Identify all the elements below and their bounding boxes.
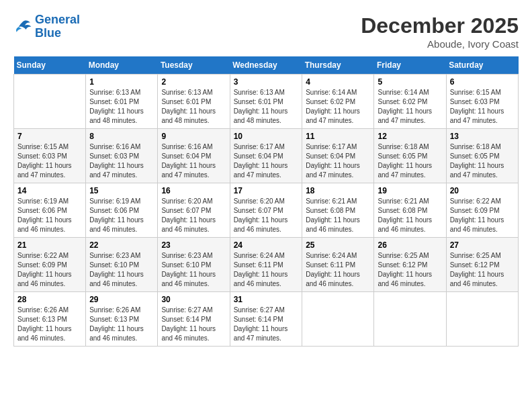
page-header: General Blue December 2025 Aboude, Ivory… (13, 13, 519, 50)
day-info: Sunrise: 6:13 AMSunset: 6:01 PMDaylight:… (234, 88, 299, 126)
calendar-cell: 31Sunrise: 6:27 AMSunset: 6:14 PMDayligh… (230, 292, 302, 347)
calendar-cell: 5Sunrise: 6:14 AMSunset: 6:02 PMDaylight… (374, 75, 446, 129)
calendar-cell: 11Sunrise: 6:17 AMSunset: 6:04 PMDayligh… (302, 129, 374, 183)
calendar-table: SundayMondayTuesdayWednesdayThursdayFrid… (13, 56, 519, 347)
calendar-cell (14, 75, 86, 129)
calendar-cell: 15Sunrise: 6:19 AMSunset: 6:06 PMDayligh… (86, 183, 158, 238)
day-info: Sunrise: 6:21 AMSunset: 6:08 PMDaylight:… (306, 197, 370, 234)
day-info: Sunrise: 6:26 AMSunset: 6:13 PMDaylight:… (89, 306, 154, 343)
day-info: Sunrise: 6:24 AMSunset: 6:11 PMDaylight:… (306, 251, 370, 289)
day-info: Sunrise: 6:17 AMSunset: 6:04 PMDaylight:… (306, 142, 370, 180)
day-number: 22 (89, 240, 154, 250)
day-number: 25 (306, 240, 370, 250)
day-info: Sunrise: 6:25 AMSunset: 6:12 PMDaylight:… (378, 251, 442, 289)
calendar-week-row: 7Sunrise: 6:15 AMSunset: 6:03 PMDaylight… (14, 129, 519, 183)
day-number: 18 (306, 186, 370, 195)
day-number: 17 (234, 186, 299, 195)
calendar-cell: 25Sunrise: 6:24 AMSunset: 6:11 PMDayligh… (302, 238, 374, 292)
calendar-cell: 30Sunrise: 6:27 AMSunset: 6:14 PMDayligh… (158, 292, 230, 347)
location-title: Aboude, Ivory Coast (361, 38, 519, 50)
weekday-header: Sunday (14, 56, 86, 75)
day-info: Sunrise: 6:25 AMSunset: 6:12 PMDaylight:… (450, 251, 515, 289)
day-number: 23 (161, 240, 226, 250)
day-number: 15 (89, 186, 154, 195)
day-number: 3 (234, 77, 299, 87)
calendar-cell: 8Sunrise: 6:16 AMSunset: 6:03 PMDaylight… (86, 129, 158, 183)
calendar-week-row: 14Sunrise: 6:19 AMSunset: 6:06 PMDayligh… (14, 183, 519, 238)
day-number: 21 (17, 240, 82, 250)
day-number: 27 (450, 240, 515, 250)
day-number: 24 (234, 240, 299, 250)
calendar-cell (446, 292, 518, 347)
day-info: Sunrise: 6:22 AMSunset: 6:09 PMDaylight:… (450, 197, 515, 234)
calendar-cell (302, 292, 374, 347)
day-number: 1 (89, 77, 154, 87)
calendar-cell: 26Sunrise: 6:25 AMSunset: 6:12 PMDayligh… (374, 238, 446, 292)
day-number: 8 (89, 132, 154, 141)
day-number: 13 (450, 132, 515, 141)
calendar-cell: 24Sunrise: 6:24 AMSunset: 6:11 PMDayligh… (230, 238, 302, 292)
calendar-cell: 21Sunrise: 6:22 AMSunset: 6:09 PMDayligh… (14, 238, 86, 292)
day-info: Sunrise: 6:16 AMSunset: 6:04 PMDaylight:… (161, 142, 226, 180)
calendar-cell: 14Sunrise: 6:19 AMSunset: 6:06 PMDayligh… (14, 183, 86, 238)
logo: General Blue (13, 13, 80, 40)
day-number: 19 (378, 186, 442, 195)
day-info: Sunrise: 6:14 AMSunset: 6:02 PMDaylight:… (378, 88, 442, 126)
day-info: Sunrise: 6:18 AMSunset: 6:05 PMDaylight:… (378, 142, 442, 180)
day-number: 7 (17, 132, 82, 141)
day-info: Sunrise: 6:15 AMSunset: 6:03 PMDaylight:… (450, 88, 515, 126)
weekday-header: Monday (86, 56, 158, 75)
day-info: Sunrise: 6:15 AMSunset: 6:03 PMDaylight:… (17, 142, 82, 180)
day-info: Sunrise: 6:20 AMSunset: 6:07 PMDaylight:… (234, 197, 299, 234)
calendar-cell: 29Sunrise: 6:26 AMSunset: 6:13 PMDayligh… (86, 292, 158, 347)
calendar-cell: 22Sunrise: 6:23 AMSunset: 6:10 PMDayligh… (86, 238, 158, 292)
weekday-header: Saturday (446, 56, 518, 75)
day-info: Sunrise: 6:19 AMSunset: 6:06 PMDaylight:… (89, 197, 154, 234)
day-info: Sunrise: 6:18 AMSunset: 6:05 PMDaylight:… (450, 142, 515, 180)
day-number: 4 (306, 77, 370, 87)
day-info: Sunrise: 6:19 AMSunset: 6:06 PMDaylight:… (17, 197, 82, 234)
day-info: Sunrise: 6:24 AMSunset: 6:11 PMDaylight:… (234, 251, 299, 289)
day-number: 10 (234, 132, 299, 141)
day-info: Sunrise: 6:14 AMSunset: 6:02 PMDaylight:… (306, 88, 370, 126)
calendar-week-row: 1Sunrise: 6:13 AMSunset: 6:01 PMDaylight… (14, 75, 519, 129)
weekday-header: Wednesday (230, 56, 302, 75)
day-info: Sunrise: 6:16 AMSunset: 6:03 PMDaylight:… (89, 142, 154, 180)
day-number: 26 (378, 240, 442, 250)
calendar-week-row: 28Sunrise: 6:26 AMSunset: 6:13 PMDayligh… (14, 292, 519, 347)
day-number: 29 (89, 295, 154, 304)
weekday-header: Thursday (302, 56, 374, 75)
calendar-cell: 7Sunrise: 6:15 AMSunset: 6:03 PMDaylight… (14, 129, 86, 183)
day-info: Sunrise: 6:26 AMSunset: 6:13 PMDaylight:… (17, 306, 82, 343)
calendar-cell: 13Sunrise: 6:18 AMSunset: 6:05 PMDayligh… (446, 129, 518, 183)
title-area: December 2025 Aboude, Ivory Coast (361, 13, 519, 50)
day-number: 2 (161, 77, 226, 87)
calendar-cell: 27Sunrise: 6:25 AMSunset: 6:12 PMDayligh… (446, 238, 518, 292)
weekday-header-row: SundayMondayTuesdayWednesdayThursdayFrid… (14, 56, 519, 75)
calendar-cell: 1Sunrise: 6:13 AMSunset: 6:01 PMDaylight… (86, 75, 158, 129)
calendar-cell: 20Sunrise: 6:22 AMSunset: 6:09 PMDayligh… (446, 183, 518, 238)
calendar-cell: 10Sunrise: 6:17 AMSunset: 6:04 PMDayligh… (230, 129, 302, 183)
day-number: 6 (450, 77, 515, 87)
calendar-cell: 19Sunrise: 6:21 AMSunset: 6:08 PMDayligh… (374, 183, 446, 238)
day-info: Sunrise: 6:17 AMSunset: 6:04 PMDaylight:… (234, 142, 299, 180)
day-number: 30 (161, 295, 226, 304)
day-info: Sunrise: 6:20 AMSunset: 6:07 PMDaylight:… (161, 197, 226, 234)
day-info: Sunrise: 6:22 AMSunset: 6:09 PMDaylight:… (17, 251, 82, 289)
day-info: Sunrise: 6:13 AMSunset: 6:01 PMDaylight:… (161, 88, 226, 126)
calendar-cell: 23Sunrise: 6:23 AMSunset: 6:10 PMDayligh… (158, 238, 230, 292)
day-number: 16 (161, 186, 226, 195)
day-number: 28 (17, 295, 82, 304)
logo-icon (13, 17, 32, 36)
day-info: Sunrise: 6:21 AMSunset: 6:08 PMDaylight:… (378, 197, 442, 234)
day-number: 5 (378, 77, 442, 87)
day-number: 11 (306, 132, 370, 141)
month-title: December 2025 (361, 13, 519, 38)
calendar-cell: 18Sunrise: 6:21 AMSunset: 6:08 PMDayligh… (302, 183, 374, 238)
day-info: Sunrise: 6:23 AMSunset: 6:10 PMDaylight:… (161, 251, 226, 289)
day-number: 20 (450, 186, 515, 195)
day-info: Sunrise: 6:13 AMSunset: 6:01 PMDaylight:… (89, 88, 154, 126)
day-info: Sunrise: 6:27 AMSunset: 6:14 PMDaylight:… (234, 306, 299, 343)
calendar-cell: 3Sunrise: 6:13 AMSunset: 6:01 PMDaylight… (230, 75, 302, 129)
day-info: Sunrise: 6:23 AMSunset: 6:10 PMDaylight:… (89, 251, 154, 289)
